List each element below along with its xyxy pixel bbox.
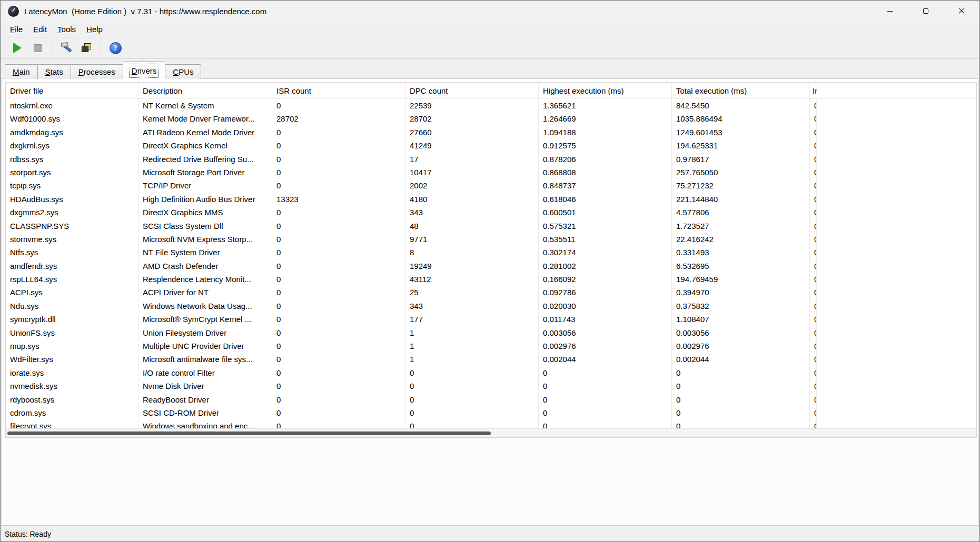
cell-highest-execution: 0.002976 xyxy=(539,339,672,353)
cell-highest-execution: 0.003056 xyxy=(539,326,672,339)
table-header-row: Driver file Description ISR count DPC co… xyxy=(6,83,976,99)
tab-cpus[interactable]: CPUs xyxy=(165,64,201,79)
cell-driver-file: rspLLL64.sys xyxy=(6,273,138,286)
table-row[interactable]: ntoskrnl.exe NT Kernel & System 0 22539 … xyxy=(6,99,976,112)
column-header-total-execution[interactable]: Total execution (ms) xyxy=(672,83,810,98)
cell-description: SCSI Class System Dll xyxy=(138,219,272,233)
table-row[interactable]: mup.sys Multiple UNC Provider Driver 0 1… xyxy=(6,339,976,353)
toolbar-separator xyxy=(52,41,52,55)
table-row[interactable]: symcryptk.dll Microsoft® SymCrypt Kernel… xyxy=(6,313,976,326)
help-button[interactable] xyxy=(107,39,124,56)
cell-isr-count: 0 xyxy=(272,233,405,246)
tab-processes[interactable]: Processes xyxy=(71,64,123,79)
table-row[interactable]: CLASSPNP.SYS SCSI Class System Dll 0 48 … xyxy=(6,219,976,233)
column-header-isr-count[interactable]: ISR count xyxy=(272,83,405,98)
column-header-dpc-count[interactable]: DPC count xyxy=(405,83,539,98)
maximize-button[interactable] xyxy=(908,1,944,22)
cell-total-execution: 0 xyxy=(672,366,810,379)
tools-button[interactable] xyxy=(58,39,75,56)
cell-driver-file: WdFilter.sys xyxy=(6,353,138,366)
cell-description: Microsoft Storage Port Driver xyxy=(138,166,272,179)
cell-total-execution: 257.765050 xyxy=(672,166,810,179)
cell-isr-count: 0 xyxy=(272,273,405,286)
menu-help[interactable]: Help xyxy=(81,23,108,35)
menu-edit[interactable]: Edit xyxy=(28,23,52,35)
table-row[interactable]: amdkmdag.sys ATI Radeon Kernel Mode Driv… xyxy=(6,126,976,139)
cell-total-execution: 0 xyxy=(672,419,810,428)
copy-report-button[interactable] xyxy=(78,39,95,56)
table-row[interactable]: UnionFS.sys Union Filesystem Driver 0 1 … xyxy=(6,326,976,339)
table-row[interactable]: rdbss.sys Redirected Drive Buffering Su.… xyxy=(6,153,976,166)
cell-description: DirectX Graphics Kernel xyxy=(138,139,272,152)
table-row[interactable]: Ndu.sys Windows Network Data Usag... 0 3… xyxy=(6,299,976,313)
table-row[interactable]: filecrypt.sys Windows sandboxing and enc… xyxy=(6,419,976,428)
cell-clipped: 0 xyxy=(810,366,817,379)
cell-clipped: 0 xyxy=(810,406,817,419)
cell-dpc-count: 8 xyxy=(405,246,539,259)
table-row[interactable]: cdrom.sys SCSI CD-ROM Driver 0 0 0 0 0 xyxy=(6,406,976,419)
tab-main[interactable]: Main xyxy=(5,64,38,79)
table-row[interactable]: stornvme.sys Microsoft NVM Express Storp… xyxy=(6,233,976,246)
cell-driver-file: rdbss.sys xyxy=(6,153,138,166)
column-header-clipped[interactable]: In xyxy=(810,83,817,98)
help-icon xyxy=(110,42,122,54)
cell-description: ATI Radeon Kernel Mode Driver xyxy=(138,126,272,139)
cell-highest-execution: 0.868808 xyxy=(539,166,672,179)
cell-highest-execution: 1.264669 xyxy=(539,112,672,125)
cell-total-execution: 0.394970 xyxy=(672,286,810,299)
table-row[interactable]: ACPI.sys ACPI Driver for NT 0 25 0.09278… xyxy=(6,286,976,299)
cell-dpc-count: 177 xyxy=(405,313,539,326)
cell-total-execution: 0.002976 xyxy=(672,339,810,353)
menu-tools[interactable]: Tools xyxy=(52,23,81,35)
minimize-button[interactable] xyxy=(872,1,908,22)
stop-monitor-button[interactable] xyxy=(29,39,46,56)
cell-description: I/O rate control Filter xyxy=(138,366,272,379)
table-row[interactable]: iorate.sys I/O rate control Filter 0 0 0… xyxy=(6,366,976,379)
cell-driver-file: ntoskrnl.exe xyxy=(6,99,138,112)
table-row[interactable]: dxgkrnl.sys DirectX Graphics Kernel 0 41… xyxy=(6,139,976,152)
menu-file[interactable]: File xyxy=(5,23,28,35)
window-controls xyxy=(872,1,979,22)
table-row[interactable]: rspLLL64.sys Resplendence Latency Monit.… xyxy=(6,273,976,286)
scrollbar-thumb[interactable] xyxy=(7,431,491,435)
table-row[interactable]: Wdf01000.sys Kernel Mode Driver Framewor… xyxy=(6,112,976,125)
cell-description: TCP/IP Driver xyxy=(138,179,272,192)
table-row[interactable]: nvmedisk.sys Nvme Disk Driver 0 0 0 0 0 xyxy=(6,379,976,393)
toolbar-separator xyxy=(101,41,101,55)
cell-driver-file: Ntfs.sys xyxy=(6,246,138,259)
cell-highest-execution: 0.600501 xyxy=(539,206,672,219)
cell-driver-file: iorate.sys xyxy=(6,366,138,379)
table-row[interactable]: WdFilter.sys Microsoft antimalware file … xyxy=(6,353,976,366)
cell-total-execution: 4.577806 xyxy=(672,206,810,219)
cell-dpc-count: 343 xyxy=(405,299,539,313)
cell-driver-file: stornvme.sys xyxy=(6,233,138,246)
tab-stats[interactable]: Stats xyxy=(37,64,71,79)
start-monitor-button[interactable] xyxy=(9,39,26,56)
status-text: Status: Ready xyxy=(5,530,51,538)
cell-total-execution: 0 xyxy=(672,379,810,393)
cell-driver-file: tcpip.sys xyxy=(6,179,138,192)
column-header-description[interactable]: Description xyxy=(138,83,272,98)
column-header-driver-file[interactable]: Driver file xyxy=(6,83,138,98)
table-row[interactable]: Ntfs.sys NT File System Driver 0 8 0.302… xyxy=(6,246,976,259)
horizontal-scrollbar[interactable] xyxy=(6,428,976,437)
table-row[interactable]: storport.sys Microsoft Storage Port Driv… xyxy=(6,166,976,179)
column-header-highest-execution[interactable]: Highest execution (ms) xyxy=(539,83,672,98)
close-button[interactable] xyxy=(944,1,979,22)
cell-isr-count: 0 xyxy=(272,339,405,353)
cell-driver-file: HDAudBus.sys xyxy=(6,193,138,206)
table-row[interactable]: amdfendr.sys AMD Crash Defender 0 19249 … xyxy=(6,259,976,273)
table-row[interactable]: HDAudBus.sys High Definition Audio Bus D… xyxy=(6,193,976,206)
cell-total-execution: 0.375832 xyxy=(672,299,810,313)
tab-drivers[interactable]: Drivers xyxy=(123,62,166,79)
cell-clipped: 0 xyxy=(810,273,817,286)
table-row[interactable]: tcpip.sys TCP/IP Driver 0 2002 0.848737 … xyxy=(6,179,976,192)
cell-clipped: 0 xyxy=(810,246,817,259)
cell-dpc-count: 17 xyxy=(405,153,539,166)
table-row[interactable]: rdyboost.sys ReadyBoost Driver 0 0 0 0 0 xyxy=(6,393,976,406)
stop-icon xyxy=(34,44,42,52)
cell-description: Nvme Disk Driver xyxy=(138,379,272,393)
cell-dpc-count: 1 xyxy=(405,339,539,353)
cell-highest-execution: 0.878206 xyxy=(539,153,672,166)
table-row[interactable]: dxgmms2.sys DirectX Graphics MMS 0 343 0… xyxy=(6,206,976,219)
